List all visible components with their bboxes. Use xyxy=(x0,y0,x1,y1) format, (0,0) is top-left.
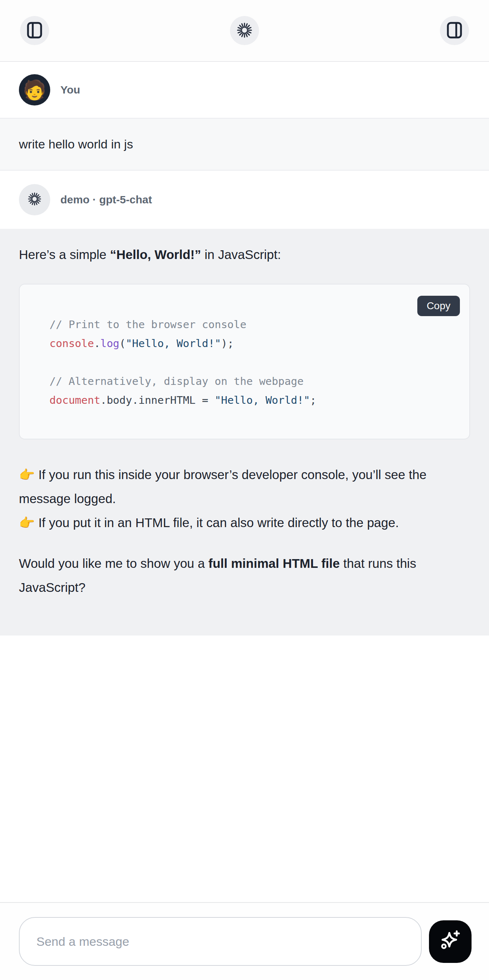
starburst-icon xyxy=(236,22,253,40)
toggle-left-sidebar-button[interactable] xyxy=(20,16,49,45)
assistant-avatar xyxy=(19,184,50,215)
assistant-message-header: demo · gpt-5-chat xyxy=(0,170,489,229)
assistant-message: demo · gpt-5-chat Here’s a simple “Hello… xyxy=(0,170,489,635)
empty-chat-area xyxy=(0,635,489,902)
user-message-header: 🧑 You xyxy=(0,62,489,118)
intro-bold-text: “Hello, World!” xyxy=(110,247,201,262)
followup-bold-text: full minimal HTML file xyxy=(209,556,340,570)
starburst-icon xyxy=(27,192,42,208)
user-author-name: You xyxy=(61,84,80,96)
panel-right-icon xyxy=(446,21,462,40)
user-message-text: write hello world in js xyxy=(19,137,133,151)
send-button[interactable] xyxy=(429,920,471,963)
assistant-tips-paragraph: 👉 If you run this inside your browser’s … xyxy=(19,463,470,535)
code-block: Copy // Print to the browser consolecons… xyxy=(19,284,470,439)
top-bar xyxy=(0,0,489,62)
assistant-intro-paragraph: Here’s a simple “Hello, World!” in JavaS… xyxy=(19,243,470,267)
code-content: // Print to the browser consoleconsole.l… xyxy=(49,315,455,410)
user-avatar: 🧑 xyxy=(19,74,50,105)
toggle-right-sidebar-button[interactable] xyxy=(440,16,469,45)
user-message: 🧑 You write hello world in js xyxy=(0,62,489,170)
person-emoji-icon: 🧑 xyxy=(23,80,46,99)
composer-bar xyxy=(0,902,489,980)
panel-left-icon xyxy=(27,21,43,40)
chat-app: 🧑 You write hello world in js xyxy=(0,0,489,980)
copy-code-button[interactable]: Copy xyxy=(417,296,460,316)
user-message-body: write hello world in js xyxy=(0,118,489,170)
assistant-followup-paragraph: Would you like me to show you a full min… xyxy=(19,552,470,600)
assistant-author-name: demo · gpt-5-chat xyxy=(61,194,152,206)
model-starburst-button[interactable] xyxy=(230,16,259,45)
sparkle-plus-icon xyxy=(438,929,462,954)
assistant-message-body: Here’s a simple “Hello, World!” in JavaS… xyxy=(0,229,489,635)
tip-line-html: 👉 If you put it in an HTML file, it can … xyxy=(19,511,470,535)
tip-line-console: 👉 If you run this inside your browser’s … xyxy=(19,463,470,511)
message-input[interactable] xyxy=(19,917,422,966)
